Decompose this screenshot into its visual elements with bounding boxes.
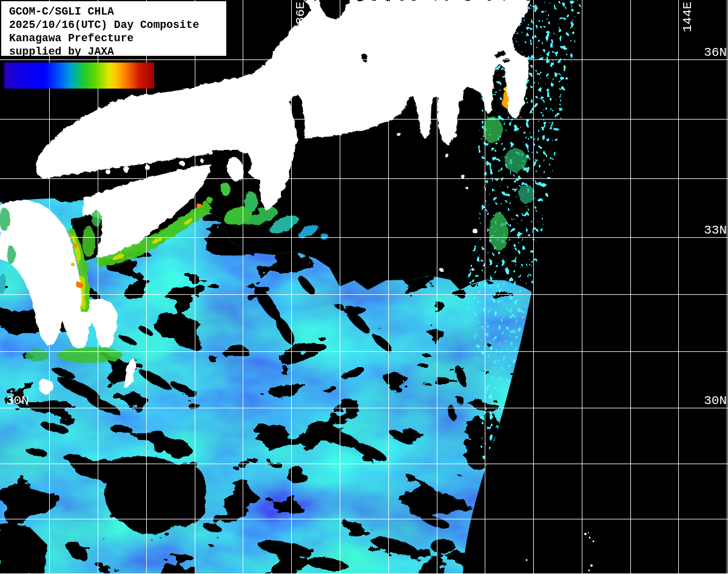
title-box: GCOM-C/SGLI CHLA 2025/10/16(UTC) Day Com… bbox=[1, 1, 226, 56]
colorbar-gradient bbox=[4, 62, 154, 89]
island-yakushima bbox=[39, 379, 53, 394]
bloom-hotspot-tokushima bbox=[197, 203, 201, 208]
satellite-image-viewer: 136E144E36N33N30N33N30N GCOM-C/SGLI CHLA… bbox=[0, 0, 728, 574]
product-region: Kanagawa Prefecture bbox=[9, 32, 226, 45]
bloom-hotspot-tokyo-bay bbox=[503, 91, 508, 109]
product-date: 2025/10/16(UTC) Day Composite bbox=[9, 18, 226, 32]
product-credit: supplied by JAXA bbox=[9, 45, 226, 58]
product-title: GCOM-C/SGLI CHLA bbox=[9, 5, 226, 18]
lake-biwa bbox=[362, 53, 367, 62]
